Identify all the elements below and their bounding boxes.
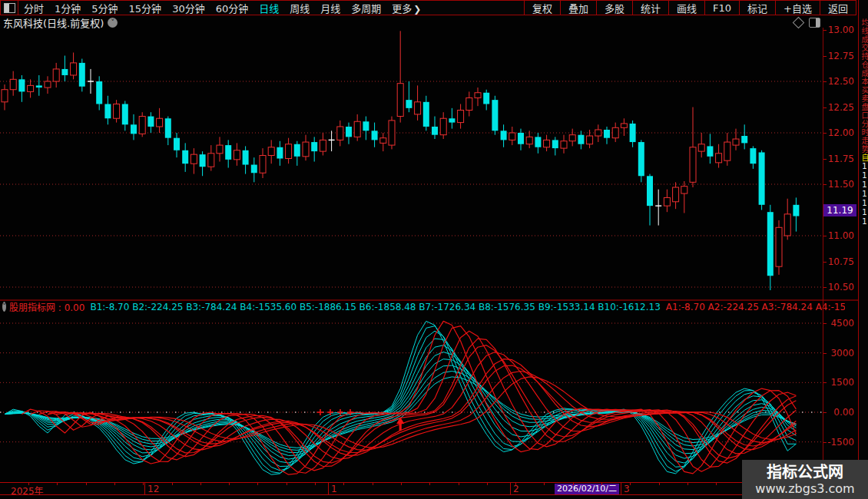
tool-button-叠加[interactable]: 叠加 [560, 1, 596, 15]
trading-app-window: 分时1分钟5分钟15分钟30分钟60分钟日线周线月线多周期更多❯ 复权叠加多股统… [0, 0, 868, 499]
axis-separator-line [823, 28, 823, 496]
tool-button-标记[interactable]: 标记 [739, 1, 775, 15]
price-axis-label: 10.50 [828, 282, 854, 292]
tool-buttons: 复权叠加多股统计画线F10标记+自选返回 [524, 1, 856, 15]
month-separator [510, 483, 511, 494]
indicator-chart[interactable] [0, 313, 823, 482]
price-axis-label: 12.25 [828, 102, 854, 113]
indicator-header: ˅ 股朋指标网 : 0.00 B1:-8.70 B2:-224.25 B3:-7… [2, 301, 845, 312]
date-tick [114, 483, 115, 485]
price-axis-label: 11.00 [828, 230, 854, 241]
watermark-url: www.zbgs3.com [755, 481, 854, 496]
date-tick [544, 483, 545, 485]
chevron-down-icon[interactable]: ˅ [108, 18, 118, 28]
layout-toggle-button[interactable] [1, 1, 18, 15]
period-tab-1分钟[interactable]: 1分钟 [49, 1, 86, 15]
period-tab-周线[interactable]: 周线 [284, 1, 315, 15]
tool-button-多股[interactable]: 多股 [596, 1, 632, 15]
diamond-icon[interactable] [793, 17, 805, 29]
right-quote-strip[interactable]: 均线成交持仓成本买卖盘口分时走势 自 1111111 [858, 0, 868, 499]
month-separator [621, 483, 621, 494]
pane-control-icons [794, 18, 820, 28]
period-tabs: 分时1分钟5分钟15分钟30分钟60分钟日线周线月线多周期更多❯ [18, 1, 426, 15]
price-axis-label: 10.75 [828, 256, 854, 267]
indicator-axis-label: 3000 [830, 348, 854, 359]
date-tick [287, 483, 287, 485]
price-axis-label: 12.50 [828, 76, 854, 87]
chart-title-row: 东风科技(日线.前复权) ˅ [3, 17, 118, 28]
indicator-axis-label: 0.00 [833, 407, 854, 418]
price-axis-label: 12.00 [828, 127, 854, 138]
date-tick [429, 483, 430, 485]
tool-button-返回[interactable]: 返回 [820, 1, 856, 15]
date-tick [573, 483, 574, 485]
date-tick [143, 483, 144, 485]
tool-button-画线[interactable]: 画线 [668, 1, 704, 15]
date-label: 2025年 [11, 484, 44, 497]
date-tick [659, 483, 660, 485]
indicator-b-values: B1:-8.70 B2:-224.25 B3:-784.24 B4:-1535.… [90, 302, 660, 312]
date-tick [315, 483, 316, 485]
period-toolbar: 分时1分钟5分钟15分钟30分钟60分钟日线周线月线多周期更多❯ 复权叠加多股统… [0, 0, 856, 15]
date-tick [601, 483, 602, 485]
strip-red-text: 均线成交持仓成本买卖盘口分时走势 [860, 18, 868, 154]
date-tick [28, 483, 29, 485]
tool-button-+自选[interactable]: +自选 [775, 1, 820, 15]
date-tick [57, 483, 58, 485]
split-pane-icon [4, 3, 15, 13]
indicator-a-values: A1:-8.70 A2:-224.25 A3:-784.24 A4:-1535.… [666, 302, 845, 312]
price-axis-label: 12.75 [828, 51, 854, 61]
period-tab-多周期[interactable]: 多周期 [346, 1, 386, 15]
date-tick [515, 483, 516, 485]
strip-yellow-text: 自 [860, 154, 868, 162]
date-tick [373, 483, 373, 485]
date-label: 1 [331, 484, 337, 494]
date-tick [200, 483, 201, 485]
price-axis-label: 11.50 [828, 179, 854, 190]
date-tick [229, 483, 230, 485]
tool-button-统计[interactable]: 统计 [632, 1, 668, 15]
date-tick [687, 483, 688, 485]
date-tick [487, 483, 488, 485]
date-label: 3 [624, 484, 630, 494]
period-tab-60分钟[interactable]: 60分钟 [210, 1, 254, 15]
date-label: 2 [513, 484, 519, 494]
price-axis-label: 13.00 [828, 25, 854, 35]
month-separator [144, 483, 145, 494]
indicator-name: 股朋指标网 : 0.00 [9, 301, 84, 312]
period-tab-更多[interactable]: 更多❯ [386, 1, 426, 15]
date-tick [172, 483, 173, 485]
tool-button-复权[interactable]: 复权 [524, 1, 560, 15]
indicator-axis-label: 4500 [830, 318, 854, 329]
last-price-tag: 11.19 [823, 204, 856, 216]
date-tick [716, 483, 717, 485]
month-separator [328, 483, 329, 494]
indicator-axis-label: -1500 [827, 437, 854, 448]
period-tab-日线[interactable]: 日线 [253, 1, 284, 15]
watermark-box: 指标公式网 www.zbgs3.com [742, 460, 868, 499]
date-tick [86, 483, 87, 485]
chevron-down-icon[interactable]: ˅ [2, 302, 6, 312]
price-axis-label: 11.75 [828, 154, 854, 164]
strip-white-text: 1111111 [860, 162, 868, 226]
date-label: 12 [147, 484, 159, 494]
date-tick [630, 483, 631, 485]
period-tab-15分钟[interactable]: 15分钟 [124, 1, 167, 15]
current-date-tag: 2026/02/10/二 [555, 484, 619, 494]
candlestick-chart[interactable] [0, 28, 823, 301]
period-tab-30分钟[interactable]: 30分钟 [167, 1, 210, 15]
date-tick [343, 483, 344, 485]
split-view-icon[interactable] [809, 18, 820, 28]
chevron-right-icon: ❯ [412, 4, 421, 15]
tool-button-F10[interactable]: F10 [704, 1, 739, 15]
date-tick [257, 483, 258, 485]
period-tab-5分钟[interactable]: 5分钟 [86, 1, 123, 15]
period-tab-分时[interactable]: 分时 [18, 1, 49, 15]
period-tab-月线[interactable]: 月线 [315, 1, 346, 15]
date-tick [401, 483, 402, 485]
date-tick [459, 483, 459, 485]
date-axis[interactable]: 2026/02/10/二 2025年12123 [0, 482, 858, 495]
watermark-title: 指标公式网 [767, 464, 843, 481]
indicator-axis-label: 1500 [830, 377, 854, 388]
